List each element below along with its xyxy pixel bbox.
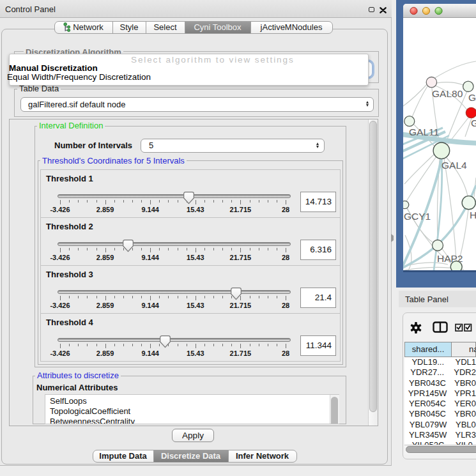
svg-text:H: H [470,210,476,220]
svg-text:GAL4: GAL4 [441,160,467,171]
svg-text:GAL11: GAL11 [409,127,439,137]
svg-text:GAL80: GAL80 [432,88,463,99]
svg-text:HAP2: HAP2 [437,253,463,264]
svg-text:G: G [471,118,476,128]
svg-text:GCY1: GCY1 [404,211,431,222]
svg-text:GA: GA [468,92,476,103]
